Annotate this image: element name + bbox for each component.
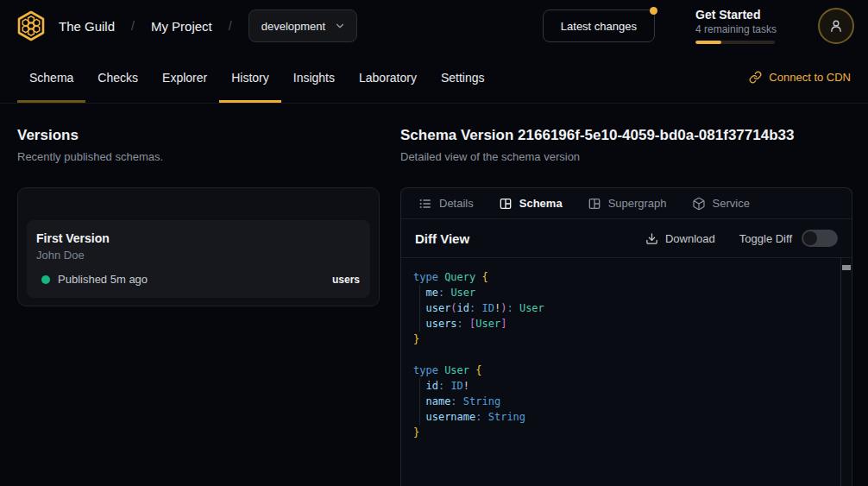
toggle-diff-switch[interactable]	[802, 230, 838, 247]
project-nav: Schema Checks Explorer History Insights …	[0, 52, 868, 104]
code-block: type Query { me: User user(id: ID!): Use…	[401, 258, 840, 486]
notification-dot	[650, 7, 657, 15]
versions-list: First Version John Doe Published 5m ago …	[17, 187, 380, 306]
nav-tab-label: Settings	[441, 71, 485, 85]
download-label: Download	[665, 232, 715, 245]
scrollbar-thumb[interactable]	[842, 265, 851, 270]
nav-tab-insights[interactable]: Insights	[281, 52, 347, 103]
breadcrumb: The Guild / My Project / development	[59, 9, 357, 42]
link-icon	[749, 71, 762, 84]
chevron-down-icon	[334, 20, 346, 32]
get-started-title: Get Started	[695, 8, 790, 22]
detail-tab-supergraph[interactable]: Supergraph	[588, 197, 667, 211]
nav-tab-label: Schema	[29, 71, 73, 85]
version-list-item[interactable]: First Version John Doe Published 5m ago …	[27, 220, 370, 298]
get-started-widget[interactable]: Get Started 4 remaining tasks	[695, 8, 790, 44]
nav-tab-label: Checks	[97, 71, 138, 85]
detail-tab-label: Supergraph	[608, 197, 667, 210]
schema-code-area: type Query { me: User user(id: ID!): Use…	[401, 258, 852, 486]
nav-tab-settings[interactable]: Settings	[429, 52, 497, 103]
user-avatar[interactable]	[818, 8, 854, 44]
breadcrumb-org[interactable]: The Guild	[59, 19, 115, 34]
progress-bar	[695, 41, 775, 44]
nav-tab-laboratory[interactable]: Laboratory	[347, 52, 429, 103]
list-icon	[418, 197, 432, 211]
columns-icon	[588, 197, 601, 211]
columns-icon	[499, 197, 513, 211]
schema-detail-card: Details Schema Sup	[400, 187, 852, 486]
breadcrumb-separator: /	[229, 19, 232, 33]
diff-view-title: Diff View	[415, 231, 469, 246]
download-icon	[645, 232, 658, 245]
diff-toolbar: Diff View Download Toggle Diff	[401, 219, 852, 258]
toggle-diff-label: Toggle Diff	[739, 232, 792, 245]
detail-tab-service[interactable]: Service	[692, 197, 750, 211]
detail-tab-label: Service	[713, 197, 750, 210]
nav-tab-history[interactable]: History	[219, 52, 281, 103]
version-name: First Version	[36, 231, 360, 245]
breadcrumb-separator: /	[131, 19, 135, 33]
connect-to-cdn-link[interactable]: Connect to CDN	[749, 52, 851, 103]
main-content: Versions Recently published schemas. Fir…	[0, 104, 868, 486]
tab-underline	[85, 100, 150, 103]
cube-icon	[692, 197, 706, 211]
latest-changes-label: Latest changes	[561, 20, 637, 33]
tab-underline	[281, 100, 347, 103]
version-meta-row: Published 5m ago users	[36, 273, 360, 286]
nav-tab-explorer[interactable]: Explorer	[150, 52, 219, 103]
nav-tab-label: History	[231, 71, 269, 85]
version-service-badge: users	[332, 274, 360, 286]
toggle-diff-control: Toggle Diff	[739, 230, 838, 247]
code-scrollbar[interactable]	[840, 258, 852, 486]
environment-selector[interactable]: development	[248, 9, 357, 42]
detail-tab-schema[interactable]: Schema	[499, 197, 563, 211]
progress-fill	[695, 41, 721, 44]
nav-tab-label: Explorer	[162, 71, 207, 85]
version-detail-panel: Schema Version 2166196f-5e10-4059-bd0a-0…	[400, 127, 852, 486]
tab-underline	[219, 100, 281, 103]
detail-tab-label: Details	[439, 197, 474, 210]
tab-underline	[429, 100, 497, 103]
hive-logo-icon[interactable]	[16, 10, 47, 41]
environment-label: development	[261, 20, 325, 33]
switch-knob	[803, 231, 817, 245]
connect-to-cdn-label: Connect to CDN	[769, 71, 851, 84]
detail-tab-details[interactable]: Details	[418, 197, 474, 211]
nav-tab-label: Insights	[293, 71, 335, 85]
version-author: John Doe	[36, 249, 360, 262]
get-started-subtitle: 4 remaining tasks	[695, 23, 790, 35]
latest-changes-button[interactable]: Latest changes	[543, 9, 655, 42]
nav-tab-label: Laboratory	[359, 71, 417, 85]
download-button[interactable]: Download	[645, 232, 715, 245]
tab-underline	[150, 100, 219, 103]
breadcrumb-project[interactable]: My Project	[151, 19, 212, 34]
nav-tab-schema[interactable]: Schema	[17, 52, 85, 103]
versions-subtitle: Recently published schemas.	[17, 150, 380, 164]
schema-version-subtitle: Detailed view of the schema version	[400, 150, 852, 164]
app-header: The Guild / My Project / development Lat…	[0, 0, 868, 52]
detail-tab-label: Schema	[519, 197, 563, 210]
diff-actions: Download Toggle Diff	[645, 230, 838, 247]
header-actions: Latest changes Get Started 4 remaining t…	[543, 8, 854, 44]
version-status: Published 5m ago	[58, 273, 148, 286]
published-status-dot	[41, 275, 50, 284]
schema-version-title: Schema Version 2166196f-5e10-4059-bd0a-0…	[400, 127, 852, 144]
versions-panel: Versions Recently published schemas. Fir…	[17, 127, 380, 486]
detail-tabs: Details Schema Sup	[401, 188, 852, 219]
person-icon	[827, 17, 845, 35]
versions-title: Versions	[17, 127, 380, 144]
nav-tab-checks[interactable]: Checks	[85, 52, 150, 103]
tab-underline	[347, 100, 429, 103]
tab-underline	[17, 100, 85, 103]
